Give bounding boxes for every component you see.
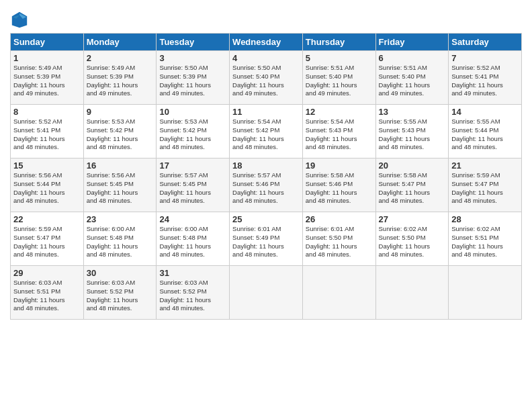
- day-info: Sunrise: 5:55 AMSunset: 5:43 PMDaylight:…: [379, 118, 446, 152]
- day-number: 30: [87, 268, 154, 278]
- calendar-cell: 4Sunrise: 5:50 AMSunset: 5:40 PMDaylight…: [230, 51, 303, 105]
- calendar-week-5: 29Sunrise: 6:03 AMSunset: 5:51 PMDayligh…: [11, 266, 522, 320]
- day-number: 10: [159, 107, 226, 117]
- calendar-cell: 6Sunrise: 5:51 AMSunset: 5:40 PMDaylight…: [375, 51, 449, 105]
- calendar-cell: 9Sunrise: 5:53 AMSunset: 5:42 PMDaylight…: [83, 105, 157, 158]
- calendar-cell: 23Sunrise: 6:00 AMSunset: 5:48 PMDayligh…: [83, 212, 157, 266]
- day-info: Sunrise: 5:54 AMSunset: 5:42 PMDaylight:…: [232, 118, 300, 152]
- calendar-week-4: 22Sunrise: 5:59 AMSunset: 5:47 PMDayligh…: [11, 212, 522, 266]
- day-number: 20: [379, 161, 446, 171]
- calendar-cell: 8Sunrise: 5:52 AMSunset: 5:41 PMDaylight…: [11, 105, 84, 158]
- day-info: Sunrise: 6:00 AMSunset: 5:48 PMDaylight:…: [87, 225, 154, 259]
- day-number: 14: [451, 107, 519, 117]
- calendar-body: 1Sunrise: 5:49 AMSunset: 5:39 PMDaylight…: [11, 51, 522, 320]
- calendar-header-friday: Friday: [375, 34, 449, 51]
- page-container: SundayMondayTuesdayWednesdayThursdayFrid…: [0, 0, 532, 326]
- calendar-cell: 19Sunrise: 5:58 AMSunset: 5:46 PMDayligh…: [302, 158, 375, 212]
- calendar-cell: 28Sunrise: 6:02 AMSunset: 5:51 PMDayligh…: [449, 212, 522, 266]
- day-info: Sunrise: 6:02 AMSunset: 5:51 PMDaylight:…: [451, 225, 519, 259]
- day-info: Sunrise: 5:51 AMSunset: 5:40 PMDaylight:…: [306, 64, 373, 98]
- calendar-table: SundayMondayTuesdayWednesdayThursdayFrid…: [10, 33, 522, 320]
- calendar-cell: 17Sunrise: 5:57 AMSunset: 5:45 PMDayligh…: [157, 158, 230, 212]
- day-info: Sunrise: 6:01 AMSunset: 5:49 PMDaylight:…: [232, 225, 300, 259]
- day-info: Sunrise: 5:59 AMSunset: 5:47 PMDaylight:…: [13, 225, 81, 259]
- day-number: 24: [159, 214, 226, 224]
- day-info: Sunrise: 5:49 AMSunset: 5:39 PMDaylight:…: [13, 64, 81, 98]
- day-info: Sunrise: 5:51 AMSunset: 5:40 PMDaylight:…: [379, 64, 446, 98]
- calendar-cell: 10Sunrise: 5:53 AMSunset: 5:42 PMDayligh…: [157, 105, 230, 158]
- calendar-header-saturday: Saturday: [449, 34, 522, 51]
- day-info: Sunrise: 5:53 AMSunset: 5:42 PMDaylight:…: [87, 118, 154, 152]
- day-info: Sunrise: 5:55 AMSunset: 5:44 PMDaylight:…: [451, 118, 519, 152]
- day-info: Sunrise: 6:03 AMSunset: 5:52 PMDaylight:…: [159, 279, 226, 313]
- day-number: 18: [232, 161, 300, 171]
- calendar-cell: 31Sunrise: 6:03 AMSunset: 5:52 PMDayligh…: [157, 266, 230, 320]
- calendar-header-monday: Monday: [83, 34, 157, 51]
- logo-icon: [10, 10, 29, 29]
- calendar-cell: 16Sunrise: 5:56 AMSunset: 5:45 PMDayligh…: [83, 158, 157, 212]
- calendar-cell: 5Sunrise: 5:51 AMSunset: 5:40 PMDaylight…: [302, 51, 375, 105]
- calendar-cell: [230, 266, 303, 320]
- calendar-week-2: 8Sunrise: 5:52 AMSunset: 5:41 PMDaylight…: [11, 105, 522, 158]
- day-info: Sunrise: 5:56 AMSunset: 5:45 PMDaylight:…: [87, 171, 154, 205]
- day-number: 15: [13, 161, 81, 171]
- day-number: 6: [379, 53, 446, 63]
- calendar-cell: 11Sunrise: 5:54 AMSunset: 5:42 PMDayligh…: [230, 105, 303, 158]
- calendar-cell: [375, 266, 449, 320]
- day-number: 22: [13, 214, 81, 224]
- calendar-cell: 22Sunrise: 5:59 AMSunset: 5:47 PMDayligh…: [11, 212, 84, 266]
- calendar-cell: 15Sunrise: 5:56 AMSunset: 5:44 PMDayligh…: [11, 158, 84, 212]
- calendar-header-thursday: Thursday: [302, 34, 375, 51]
- day-info: Sunrise: 5:52 AMSunset: 5:41 PMDaylight:…: [451, 64, 519, 98]
- calendar-cell: 14Sunrise: 5:55 AMSunset: 5:44 PMDayligh…: [449, 105, 522, 158]
- calendar-cell: [302, 266, 375, 320]
- calendar-cell: 30Sunrise: 6:03 AMSunset: 5:52 PMDayligh…: [83, 266, 157, 320]
- calendar-header-sunday: Sunday: [11, 34, 84, 51]
- logo: [10, 10, 30, 29]
- day-number: 19: [306, 161, 373, 171]
- day-info: Sunrise: 5:57 AMSunset: 5:45 PMDaylight:…: [159, 171, 226, 205]
- calendar-cell: 24Sunrise: 6:00 AMSunset: 5:48 PMDayligh…: [157, 212, 230, 266]
- calendar-cell: 13Sunrise: 5:55 AMSunset: 5:43 PMDayligh…: [375, 105, 449, 158]
- calendar-cell: 12Sunrise: 5:54 AMSunset: 5:43 PMDayligh…: [302, 105, 375, 158]
- calendar-cell: 2Sunrise: 5:49 AMSunset: 5:39 PMDaylight…: [83, 51, 157, 105]
- calendar-cell: 25Sunrise: 6:01 AMSunset: 5:49 PMDayligh…: [230, 212, 303, 266]
- calendar-cell: 3Sunrise: 5:50 AMSunset: 5:39 PMDaylight…: [157, 51, 230, 105]
- calendar-cell: 18Sunrise: 5:57 AMSunset: 5:46 PMDayligh…: [230, 158, 303, 212]
- day-number: 2: [87, 53, 154, 63]
- day-info: Sunrise: 5:56 AMSunset: 5:44 PMDaylight:…: [13, 171, 81, 205]
- day-info: Sunrise: 5:50 AMSunset: 5:39 PMDaylight:…: [159, 64, 226, 98]
- calendar-header-tuesday: Tuesday: [157, 34, 230, 51]
- calendar-cell: 26Sunrise: 6:01 AMSunset: 5:50 PMDayligh…: [302, 212, 375, 266]
- header: [10, 7, 522, 29]
- day-info: Sunrise: 5:52 AMSunset: 5:41 PMDaylight:…: [13, 118, 81, 152]
- day-info: Sunrise: 6:01 AMSunset: 5:50 PMDaylight:…: [306, 225, 373, 259]
- calendar-cell: 29Sunrise: 6:03 AMSunset: 5:51 PMDayligh…: [11, 266, 84, 320]
- day-info: Sunrise: 5:50 AMSunset: 5:40 PMDaylight:…: [232, 64, 300, 98]
- calendar-header-wednesday: Wednesday: [230, 34, 303, 51]
- day-number: 9: [87, 107, 154, 117]
- day-number: 31: [159, 268, 226, 278]
- day-info: Sunrise: 5:57 AMSunset: 5:46 PMDaylight:…: [232, 171, 300, 205]
- day-info: Sunrise: 6:00 AMSunset: 5:48 PMDaylight:…: [159, 225, 226, 259]
- day-number: 8: [13, 107, 81, 117]
- day-number: 28: [451, 214, 519, 224]
- day-info: Sunrise: 5:53 AMSunset: 5:42 PMDaylight:…: [159, 118, 226, 152]
- day-number: 29: [13, 268, 81, 278]
- day-info: Sunrise: 6:03 AMSunset: 5:52 PMDaylight:…: [87, 279, 154, 313]
- day-number: 12: [306, 107, 373, 117]
- day-number: 26: [306, 214, 373, 224]
- day-info: Sunrise: 6:02 AMSunset: 5:50 PMDaylight:…: [379, 225, 446, 259]
- day-number: 3: [159, 53, 226, 63]
- day-info: Sunrise: 5:54 AMSunset: 5:43 PMDaylight:…: [306, 118, 373, 152]
- calendar-cell: 27Sunrise: 6:02 AMSunset: 5:50 PMDayligh…: [375, 212, 449, 266]
- day-number: 23: [87, 214, 154, 224]
- day-info: Sunrise: 6:03 AMSunset: 5:51 PMDaylight:…: [13, 279, 81, 313]
- day-number: 16: [87, 161, 154, 171]
- day-number: 25: [232, 214, 300, 224]
- day-number: 27: [379, 214, 446, 224]
- day-number: 4: [232, 53, 300, 63]
- day-number: 13: [379, 107, 446, 117]
- day-number: 17: [159, 161, 226, 171]
- day-number: 1: [13, 53, 81, 63]
